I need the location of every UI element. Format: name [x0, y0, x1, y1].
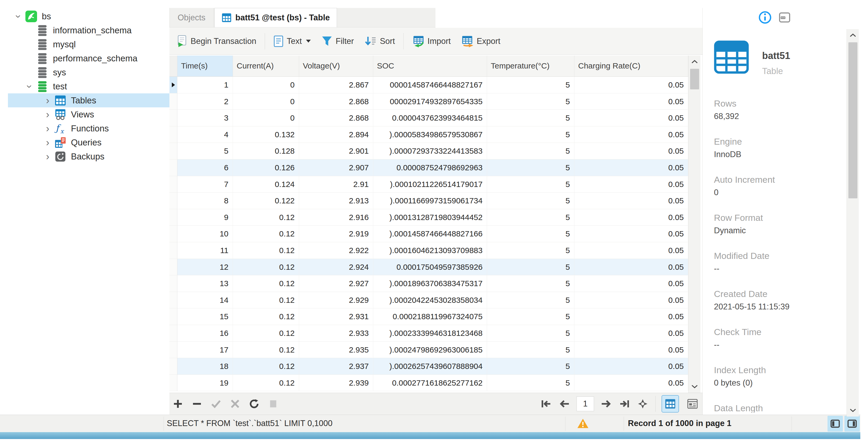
- cell-current-a[interactable]: 0.126: [233, 160, 299, 176]
- row-marker[interactable]: [169, 160, 177, 176]
- cell-voltage-v[interactable]: 2.919: [299, 226, 373, 242]
- cell-time-s[interactable]: 7: [177, 176, 233, 193]
- cell-charging-rate-c[interactable]: 0.05: [575, 176, 688, 193]
- row-marker[interactable]: [169, 275, 177, 292]
- cell-voltage-v[interactable]: 2.924: [299, 259, 373, 276]
- cell-time-s[interactable]: 11: [177, 242, 233, 259]
- cell-charging-rate-c[interactable]: 0.05: [575, 193, 688, 209]
- refresh-button[interactable]: [248, 398, 260, 410]
- cell-soc[interactable]: 0.000087524798692963: [373, 160, 487, 176]
- cell-charging-rate-c[interactable]: 0.05: [575, 259, 688, 276]
- chevron-right-icon[interactable]: ›: [42, 151, 54, 162]
- grid-corner-cell[interactable]: [169, 56, 177, 77]
- cell-charging-rate-c[interactable]: 0.05: [575, 226, 688, 242]
- cell-voltage-v[interactable]: 2.91: [299, 176, 373, 193]
- column-header-temperature-c[interactable]: Temperature(°C): [487, 56, 575, 77]
- column-header-current-a[interactable]: Current(A): [233, 56, 299, 77]
- cell-temperature-c[interactable]: 5: [487, 209, 575, 226]
- cell-time-s[interactable]: 17: [177, 342, 233, 358]
- import-button[interactable]: Import: [407, 31, 456, 52]
- cell-temperature-c[interactable]: 5: [487, 77, 575, 93]
- row-marker[interactable]: [169, 325, 177, 342]
- panel-scrollbar-thumb[interactable]: [848, 42, 858, 198]
- chevron-right-icon[interactable]: ›: [42, 95, 54, 106]
- cell-current-a[interactable]: 0.12: [233, 375, 299, 391]
- cell-temperature-c[interactable]: 5: [487, 375, 575, 391]
- cell-charging-rate-c[interactable]: 0.05: [575, 127, 688, 143]
- page-number-input[interactable]: 1: [577, 397, 594, 411]
- begin-transaction-button[interactable]: Begin Transaction: [172, 31, 261, 52]
- add-record-button[interactable]: [172, 398, 184, 410]
- row-marker[interactable]: [169, 143, 177, 160]
- sidebar-item-information-schema[interactable]: information_schema: [8, 23, 169, 37]
- cell-soc[interactable]: ).00024798692963006185: [373, 342, 487, 358]
- sort-button[interactable]: Sort: [359, 31, 400, 52]
- cell-temperature-c[interactable]: 5: [487, 93, 575, 110]
- scroll-down-icon[interactable]: [847, 404, 859, 417]
- cell-time-s[interactable]: 6: [177, 160, 233, 176]
- cell-current-a[interactable]: 0.12: [233, 209, 299, 226]
- row-marker[interactable]: [169, 292, 177, 309]
- cell-current-a[interactable]: 0: [233, 110, 299, 127]
- cell-soc[interactable]: 0.0002188119967324075: [373, 308, 487, 325]
- cell-voltage-v[interactable]: 2.933: [299, 325, 373, 342]
- cell-voltage-v[interactable]: 2.913: [299, 193, 373, 209]
- sidebar-item-sys[interactable]: sys: [8, 65, 169, 79]
- cell-charging-rate-c[interactable]: 0.05: [575, 143, 688, 160]
- cell-temperature-c[interactable]: 5: [487, 242, 575, 259]
- cell-temperature-c[interactable]: 5: [487, 259, 575, 276]
- cell-charging-rate-c[interactable]: 0.05: [575, 358, 688, 375]
- cell-charging-rate-c[interactable]: 0.05: [575, 308, 688, 325]
- cell-current-a[interactable]: 0.132: [233, 127, 299, 143]
- cell-temperature-c[interactable]: 5: [487, 342, 575, 358]
- cell-current-a[interactable]: 0.122: [233, 193, 299, 209]
- row-marker[interactable]: [169, 209, 177, 226]
- cell-soc[interactable]: 0.0000437623993464815: [373, 110, 487, 127]
- cell-current-a[interactable]: 0.12: [233, 292, 299, 309]
- current-row-marker[interactable]: [169, 77, 177, 93]
- cell-current-a[interactable]: 0: [233, 77, 299, 93]
- chevron-right-icon[interactable]: ›: [42, 123, 54, 134]
- toggle-right-pane-button[interactable]: [844, 416, 860, 432]
- cell-voltage-v[interactable]: 2.939: [299, 375, 373, 391]
- cell-temperature-c[interactable]: 5: [487, 325, 575, 342]
- cell-charging-rate-c[interactable]: 0.05: [575, 110, 688, 127]
- cell-soc[interactable]: ).00018963706383475317: [373, 275, 487, 292]
- discard-changes-button[interactable]: [229, 398, 241, 410]
- row-marker[interactable]: [169, 176, 177, 193]
- cell-time-s[interactable]: 16: [177, 325, 233, 342]
- cell-soc[interactable]: ).00014587466448827166: [373, 226, 487, 242]
- stop-button[interactable]: [267, 398, 279, 410]
- cell-current-a[interactable]: 0.124: [233, 176, 299, 193]
- cell-temperature-c[interactable]: 5: [487, 292, 575, 309]
- chevron-down-icon[interactable]: ›: [24, 81, 35, 92]
- cell-charging-rate-c[interactable]: 0.05: [575, 325, 688, 342]
- sidebar-item-functions[interactable]: ›ƒxFunctions: [8, 122, 169, 135]
- cell-time-s[interactable]: 19: [177, 375, 233, 391]
- cell-time-s[interactable]: 1: [177, 77, 233, 93]
- chevron-down-icon[interactable]: ›: [13, 10, 24, 22]
- scroll-down-icon[interactable]: [688, 381, 701, 393]
- column-header-time-s[interactable]: Time(s): [177, 56, 233, 77]
- cell-soc[interactable]: ).00013128719803944452: [373, 209, 487, 226]
- cell-time-s[interactable]: 9: [177, 209, 233, 226]
- cell-current-a[interactable]: 0.12: [233, 308, 299, 325]
- cell-soc[interactable]: ).00020422453028358034: [373, 292, 487, 309]
- cell-voltage-v[interactable]: 2.868: [299, 93, 373, 110]
- row-marker[interactable]: [169, 226, 177, 242]
- tab-batt51-table[interactable]: batt51 @test (bs) - Table: [214, 8, 337, 27]
- cell-voltage-v[interactable]: 2.894: [299, 127, 373, 143]
- cell-charging-rate-c[interactable]: 0.05: [575, 342, 688, 358]
- cell-voltage-v[interactable]: 2.935: [299, 342, 373, 358]
- cell-temperature-c[interactable]: 5: [487, 176, 575, 193]
- grid-view-button[interactable]: [661, 395, 679, 413]
- cell-voltage-v[interactable]: 2.929: [299, 292, 373, 309]
- cell-time-s[interactable]: 12: [177, 259, 233, 276]
- row-marker[interactable]: [169, 375, 177, 391]
- sidebar-item-queries[interactable]: ›Queries: [8, 135, 169, 149]
- cell-soc[interactable]: ).00016046213093709883: [373, 242, 487, 259]
- cell-time-s[interactable]: 10: [177, 226, 233, 242]
- row-marker[interactable]: [169, 358, 177, 375]
- next-page-button[interactable]: [599, 397, 613, 411]
- cell-soc[interactable]: ).00007293733224413583: [373, 143, 487, 160]
